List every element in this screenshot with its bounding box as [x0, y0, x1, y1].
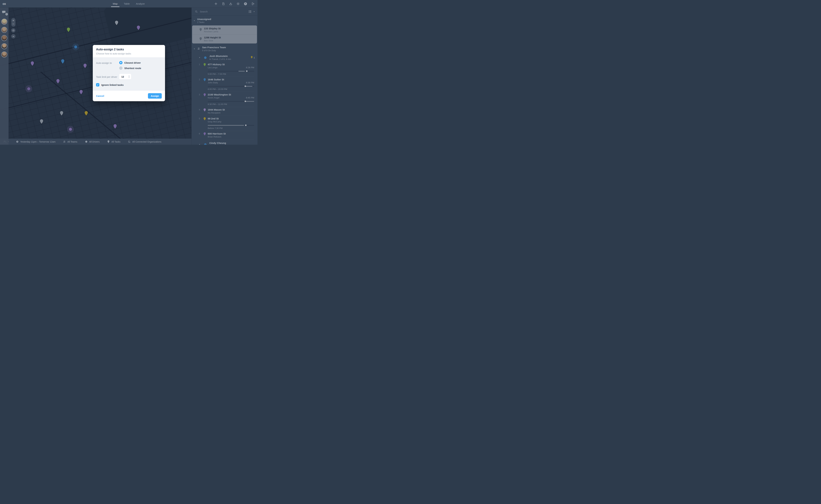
stepper-down-icon[interactable]: ▼ — [128, 77, 130, 78]
ignore-linked-tasks-label: Ignore linked tasks — [101, 84, 124, 86]
task-limit-input[interactable] — [119, 75, 126, 78]
dialog-subtitle: Choose how to auto-assign tasks — [96, 52, 162, 55]
radio-selected-icon[interactable] — [119, 61, 122, 64]
dialog-title: Auto-assign 2 tasks — [96, 48, 162, 51]
auto-assign-to-label: Auto-assign to — [96, 61, 119, 70]
closest-driver-label: Closest driver — [124, 61, 141, 64]
auto-assign-dialog: Auto-assign 2 tasks Choose how to auto-a… — [93, 45, 165, 101]
assign-button[interactable]: Assign — [148, 93, 162, 99]
checkbox-checked-icon[interactable]: ✓ — [96, 83, 99, 86]
task-limit-label: Task limit per driver — [96, 75, 119, 78]
stepper-up-icon[interactable]: ▲ — [128, 75, 130, 76]
cancel-button[interactable]: Cancel — [96, 95, 104, 97]
number-stepper[interactable]: ▲ ▼ — [128, 75, 130, 78]
closest-driver-option[interactable]: Closest driver — [119, 61, 141, 64]
app-window: + − ∞ Map Table Analyze — [0, 0, 258, 145]
shortest-route-label: Shortest route — [124, 67, 141, 70]
ignore-linked-tasks-option[interactable]: ✓ Ignore linked tasks — [96, 83, 162, 86]
task-limit-field: ▲ ▼ — [119, 74, 131, 79]
radio-unselected-icon[interactable] — [119, 66, 122, 70]
shortest-route-option[interactable]: Shortest route — [119, 66, 141, 70]
